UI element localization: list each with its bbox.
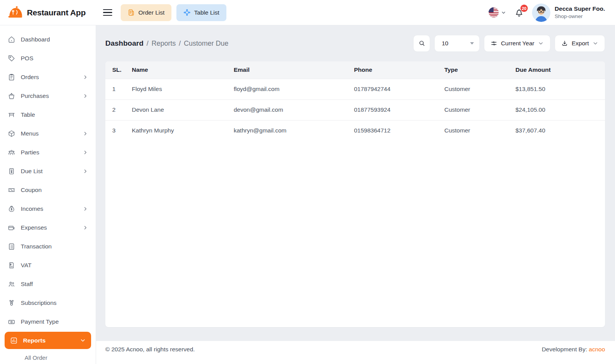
customer-due-table: SL. Name Email Phone Type Due Amount 1 F… bbox=[105, 61, 605, 141]
chevron-right-icon bbox=[83, 131, 88, 136]
breadcrumb-reports-link[interactable]: Reports bbox=[151, 40, 176, 48]
sidebar-item-label: Subscriptions bbox=[21, 299, 57, 306]
main-content: Dashboard / Reports / Customer Due 10 bbox=[96, 25, 615, 364]
sidebar-item-reports[interactable]: Reports bbox=[5, 332, 91, 349]
chevron-right-icon bbox=[83, 206, 88, 212]
sidebar-item-label: Transaction bbox=[21, 243, 52, 250]
chevron-down-icon bbox=[501, 10, 506, 15]
sidebar-item-coupon[interactable]: Coupon bbox=[0, 180, 96, 199]
sidebar-item-due-list[interactable]: Due List bbox=[0, 162, 96, 180]
toolbar: 10 Current Year Export bbox=[413, 35, 605, 52]
us-flag-icon bbox=[489, 7, 499, 18]
search-icon bbox=[418, 40, 426, 47]
sidebar: Dashboard POS Orders Purchases bbox=[0, 25, 96, 364]
cell-type: Customer bbox=[444, 99, 515, 120]
user-avatar bbox=[532, 3, 550, 22]
export-button[interactable]: Export bbox=[555, 35, 605, 52]
sidebar-item-orders[interactable]: Orders bbox=[0, 68, 96, 86]
sidebar-item-label: VAT bbox=[21, 262, 32, 269]
sidebar-item-payment-type[interactable]: Payment Type bbox=[0, 312, 96, 331]
breadcrumb-dashboard-link[interactable]: Dashboard bbox=[105, 39, 143, 48]
period-filter-label: Current Year bbox=[501, 40, 534, 47]
sidebar-item-subscriptions[interactable]: Subscriptions bbox=[0, 293, 96, 312]
tag-icon bbox=[8, 55, 15, 62]
sidebar-item-menus[interactable]: Menus bbox=[0, 124, 96, 143]
app-root: Restaurant App Order List bbox=[0, 0, 615, 364]
chevron-right-icon bbox=[83, 150, 88, 155]
page-header-row: Dashboard / Reports / Customer Due 10 bbox=[96, 25, 615, 52]
table-list-button[interactable]: Table List bbox=[176, 4, 226, 21]
search-button[interactable] bbox=[413, 35, 430, 52]
sidebar-item-label: Coupon bbox=[21, 187, 42, 194]
clipboard-icon bbox=[8, 73, 15, 81]
sidebar-item-dashboard[interactable]: Dashboard bbox=[0, 30, 96, 49]
page-footer: © 2025 Acnoo, all rights reserved. Devel… bbox=[96, 341, 615, 364]
chevron-right-icon bbox=[83, 169, 88, 174]
cell-sl: 2 bbox=[105, 99, 132, 120]
order-list-label: Order List bbox=[138, 9, 165, 16]
user-name: Decca Super Foo. bbox=[555, 5, 605, 13]
chevron-right-icon bbox=[83, 93, 88, 99]
order-list-icon bbox=[128, 9, 135, 16]
sidebar-item-transaction[interactable]: Transaction bbox=[0, 237, 96, 256]
wallet-icon bbox=[8, 224, 15, 232]
money-bag-icon bbox=[8, 205, 15, 213]
sidebar-item-label: Menus bbox=[21, 130, 39, 137]
restaurant-logo-icon bbox=[8, 6, 24, 20]
app-title: Restaurant App bbox=[27, 8, 86, 17]
sidebar-item-label: Due List bbox=[21, 168, 43, 175]
caret-down-icon bbox=[470, 42, 474, 45]
chevron-down-icon bbox=[80, 338, 86, 343]
breadcrumb-separator: / bbox=[146, 40, 148, 48]
user-profile[interactable]: Decca Super Foo. Shop-owner bbox=[532, 3, 605, 22]
chevron-right-icon bbox=[83, 225, 88, 230]
chevron-down-icon bbox=[592, 40, 598, 46]
basket-icon bbox=[8, 92, 15, 100]
sidebar-subitem-label: All Order bbox=[25, 354, 47, 361]
award-icon bbox=[8, 299, 15, 307]
order-list-button[interactable]: Order List bbox=[121, 4, 171, 21]
sidebar-item-table[interactable]: Table bbox=[0, 105, 96, 124]
sidebar-subitem-all-order[interactable]: All Order bbox=[0, 350, 96, 364]
table-list-icon bbox=[183, 9, 191, 16]
export-label: Export bbox=[572, 40, 589, 47]
cell-phone: 01787942744 bbox=[354, 79, 444, 99]
package-icon bbox=[8, 130, 15, 137]
sidebar-item-vat[interactable]: VAT bbox=[0, 256, 96, 275]
breadcrumb: Dashboard / Reports / Customer Due bbox=[105, 39, 228, 48]
chevron-down-icon bbox=[538, 40, 544, 46]
download-icon bbox=[561, 40, 568, 47]
sidebar-item-pos[interactable]: POS bbox=[0, 49, 96, 68]
acnoo-link[interactable]: acnoo bbox=[589, 346, 605, 352]
sidebar-item-purchases[interactable]: Purchases bbox=[0, 86, 96, 105]
top-right-cluster: 20 bbox=[489, 3, 615, 22]
cell-sl: 1 bbox=[105, 79, 132, 99]
hamburger-menu-button[interactable] bbox=[103, 7, 115, 18]
sidebar-item-label: Table bbox=[21, 111, 35, 118]
sidebar-item-expenses[interactable]: Expenses bbox=[0, 218, 96, 237]
development-by-label: Development By: bbox=[542, 346, 587, 352]
notification-count-badge: 20 bbox=[520, 5, 528, 12]
table-row: 3 Kathryn Murphy kathryn@gmail.com 01598… bbox=[105, 120, 605, 141]
notifications-button[interactable]: 20 bbox=[514, 7, 524, 18]
breadcrumb-current-page: Customer Due bbox=[184, 40, 228, 48]
sliders-icon bbox=[490, 40, 497, 47]
sidebar-item-parties[interactable]: Parties bbox=[0, 143, 96, 162]
home-icon bbox=[8, 36, 15, 43]
cell-phone: 01877593924 bbox=[354, 99, 444, 120]
cell-name: Floyd Miles bbox=[132, 79, 234, 99]
period-filter-button[interactable]: Current Year bbox=[484, 35, 550, 52]
sidebar-item-label: Reports bbox=[23, 337, 46, 344]
cell-name: Kathryn Murphy bbox=[132, 120, 234, 141]
vat-receipt-icon bbox=[8, 261, 15, 269]
ticket-icon bbox=[8, 186, 15, 194]
breadcrumb-separator: / bbox=[179, 40, 181, 48]
cash-icon bbox=[8, 318, 15, 326]
language-selector[interactable] bbox=[489, 7, 506, 18]
cell-due-amount: $13,851.50 bbox=[515, 79, 605, 99]
cell-name: Devon Lane bbox=[132, 99, 234, 120]
sidebar-item-staff[interactable]: Staff bbox=[0, 275, 96, 293]
bar-chart-icon bbox=[10, 337, 18, 344]
per-page-select[interactable]: 10 bbox=[434, 35, 480, 52]
sidebar-item-incomes[interactable]: Incomes bbox=[0, 199, 96, 218]
